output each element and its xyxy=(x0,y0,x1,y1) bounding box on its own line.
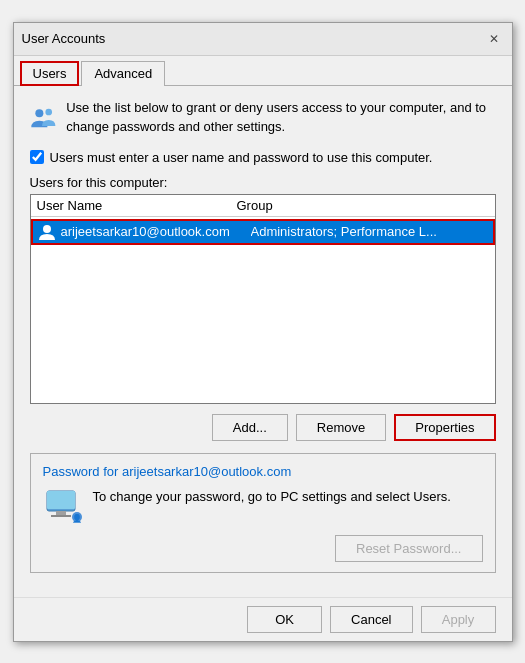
svg-rect-5 xyxy=(56,511,66,515)
password-info: 👤 To change your password, go to PC sett… xyxy=(43,487,483,527)
remove-button[interactable]: Remove xyxy=(296,414,386,441)
cancel-button[interactable]: Cancel xyxy=(330,606,412,633)
list-item-user-icon xyxy=(37,222,57,242)
properties-button[interactable]: Properties xyxy=(394,414,495,441)
tab-users[interactable]: Users xyxy=(20,61,80,86)
ok-button[interactable]: OK xyxy=(247,606,322,633)
bottom-buttons: OK Cancel Apply xyxy=(14,597,512,641)
svg-text:👤: 👤 xyxy=(72,513,82,523)
close-button[interactable]: ✕ xyxy=(484,29,504,49)
main-content: Use the list below to grant or deny user… xyxy=(14,86,512,597)
pc-settings-icon: 👤 xyxy=(43,487,83,527)
svg-rect-4 xyxy=(47,491,75,509)
list-item-username: arijeetsarkar10@outlook.com xyxy=(61,224,251,239)
info-section: Use the list below to grant or deny user… xyxy=(30,98,496,138)
svg-rect-6 xyxy=(51,515,71,517)
list-item-group: Administrators; Performance L... xyxy=(251,224,489,239)
password-section: Password for arijeetsarkar10@outlook.com… xyxy=(30,453,496,573)
must-enter-password-row[interactable]: Users must enter a user name and passwor… xyxy=(30,150,496,165)
users-section-label: Users for this computer: xyxy=(30,175,496,190)
svg-point-0 xyxy=(35,109,43,117)
dialog-title: User Accounts xyxy=(22,31,106,46)
must-enter-password-checkbox[interactable] xyxy=(30,150,44,164)
add-button[interactable]: Add... xyxy=(212,414,288,441)
svg-point-1 xyxy=(45,108,52,115)
tab-advanced[interactable]: Advanced xyxy=(81,61,165,86)
user-accounts-dialog: User Accounts ✕ Users Advanced Use the l… xyxy=(13,22,513,642)
password-text: To change your password, go to PC settin… xyxy=(93,487,483,507)
must-enter-password-label: Users must enter a user name and passwor… xyxy=(50,150,433,165)
title-bar: User Accounts ✕ xyxy=(14,23,512,56)
user-action-buttons: Add... Remove Properties xyxy=(30,414,496,441)
reset-password-button[interactable]: Reset Password... xyxy=(335,535,483,562)
list-item[interactable]: arijeetsarkar10@outlook.com Administrato… xyxy=(31,219,495,245)
svg-point-2 xyxy=(43,225,51,233)
column-header-group: Group xyxy=(237,198,489,213)
users-icon xyxy=(30,98,57,138)
password-section-title: Password for arijeetsarkar10@outlook.com xyxy=(43,464,483,479)
info-text: Use the list below to grant or deny user… xyxy=(66,98,495,137)
column-header-username: User Name xyxy=(37,198,237,213)
apply-button[interactable]: Apply xyxy=(421,606,496,633)
users-list-container: User Name Group arijeetsarkar10@outlook.… xyxy=(30,194,496,404)
tabs-container: Users Advanced xyxy=(14,56,512,86)
reset-password-row: Reset Password... xyxy=(43,535,483,562)
list-body: arijeetsarkar10@outlook.com Administrato… xyxy=(31,217,495,247)
list-header: User Name Group xyxy=(31,195,495,217)
